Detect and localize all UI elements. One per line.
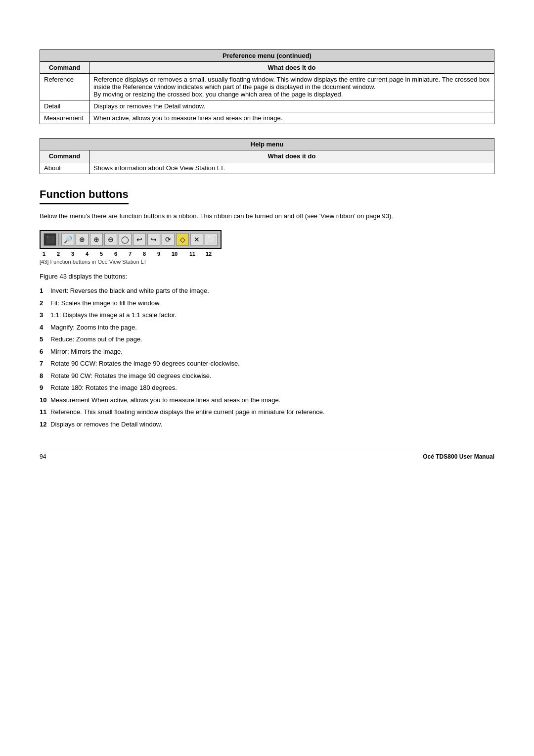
ribbon-num-label-4: 4: [86, 251, 89, 257]
ribbon-separator: [58, 233, 59, 246]
list-item-text: Reduce: Zooms out of the page.: [50, 334, 494, 344]
ribbon-caption: [43] Function buttons in Océ View Statio…: [40, 259, 494, 265]
command-cell: About: [40, 162, 89, 174]
command-cell: Detail: [40, 100, 89, 112]
list-item-number: 8: [40, 371, 50, 381]
numbered-list: 1Invert: Reverses the black and white pa…: [40, 286, 494, 429]
list-item-text: Rotate 90 CW: Rotates the image 90 degre…: [50, 371, 494, 381]
ribbon-button-12[interactable]: ⬜: [205, 233, 218, 246]
ribbon-button-6[interactable]: ◯: [119, 233, 132, 246]
section-intro: Below the menu's there are function butt…: [40, 211, 494, 221]
ribbon-num-label-6: 6: [114, 251, 117, 257]
list-item-number: 10: [40, 395, 50, 405]
list-item: 31:1: Displays the image at a 1:1 scale …: [40, 310, 494, 320]
table-row: AboutShows information about Océ View St…: [40, 162, 494, 174]
table-row: ReferenceReference displays or removes a…: [40, 74, 494, 100]
help-header-what: What does it do: [89, 150, 494, 162]
description-cell: Shows information about Océ View Station…: [89, 162, 494, 174]
pref-header-what: What does it do: [89, 62, 494, 74]
description-cell: When active, allows you to measure lines…: [89, 112, 494, 124]
ribbon-num-label-7: 7: [129, 251, 132, 257]
pref-header-command: Command: [40, 62, 89, 74]
list-item: 12Displays or removes the Detail window.: [40, 420, 494, 429]
help-header-command: Command: [40, 150, 89, 162]
ribbon-button-11[interactable]: ✕: [190, 233, 203, 246]
ribbon-num-label-8: 8: [143, 251, 146, 257]
ribbon-num-label-12: 12: [206, 251, 212, 257]
ribbon-image: ⬛🔎⊕⊕⊖◯↩↪⟳◇✕⬜: [40, 230, 222, 249]
ribbon-num-label-10: 10: [172, 251, 178, 257]
description-cell: Displays or removes the Detail window.: [89, 100, 494, 112]
ribbon-button-2[interactable]: 🔎: [61, 233, 74, 246]
ribbon-button-8[interactable]: ↪: [147, 233, 160, 246]
table-row: DetailDisplays or removes the Detail win…: [40, 100, 494, 112]
ribbon-num-label-5: 5: [100, 251, 103, 257]
ribbon-num-label-9: 9: [157, 251, 160, 257]
list-item: 11Reference. This small floating window …: [40, 407, 494, 417]
help-table-title: Help menu: [40, 139, 494, 150]
ribbon-button-7[interactable]: ↩: [133, 233, 146, 246]
ribbon-numbers: 123456789101112: [40, 251, 222, 259]
ribbon-num-label-1: 1: [43, 251, 45, 257]
preference-table-title: Preference menu (continued): [40, 50, 494, 62]
ribbon-button-10[interactable]: ◇: [176, 233, 189, 246]
ribbon-button-5[interactable]: ⊖: [104, 233, 117, 246]
list-item: 7Rotate 90 CCW: Rotates the image 90 deg…: [40, 359, 494, 369]
ribbon-button-3[interactable]: ⊕: [76, 233, 89, 246]
description-cell: Reference displays or removes a small, u…: [89, 74, 494, 100]
command-cell: Reference: [40, 74, 89, 100]
ribbon-num-label-3: 3: [71, 251, 74, 257]
list-item-text: Rotate 180: Rotates the image 180 degree…: [50, 383, 494, 393]
manual-title: Océ TDS800 User Manual: [423, 453, 494, 460]
section-title: Function buttons: [40, 188, 129, 204]
page-footer: 94 Océ TDS800 User Manual: [40, 449, 494, 460]
list-item: 5Reduce: Zooms out of the page.: [40, 334, 494, 344]
list-item: 9Rotate 180: Rotates the image 180 degre…: [40, 383, 494, 393]
list-item-number: 4: [40, 323, 50, 332]
figure-desc: Figure 43 displays the buttons:: [40, 272, 494, 282]
list-item-number: 2: [40, 298, 50, 308]
list-item-text: Fit: Scales the image to fill the window…: [50, 298, 494, 308]
preference-table: Preference menu (continued) Command What…: [40, 49, 494, 124]
list-item-text: Mirror: Mirrors the image.: [50, 347, 494, 357]
list-item: 1Invert: Reverses the black and white pa…: [40, 286, 494, 296]
list-item: 10Measurement When active, allows you to…: [40, 395, 494, 405]
list-item-number: 5: [40, 334, 50, 344]
list-item-text: Magnify: Zooms into the page.: [50, 323, 494, 332]
ribbon-button-4[interactable]: ⊕: [90, 233, 103, 246]
list-item-number: 1: [40, 286, 50, 296]
top-spacer: [40, 20, 494, 49]
ribbon-container: ⬛🔎⊕⊕⊖◯↩↪⟳◇✕⬜ 123456789101112 [43] Functi…: [40, 230, 494, 265]
page-number: 94: [40, 453, 46, 460]
list-item: 2Fit: Scales the image to fill the windo…: [40, 298, 494, 308]
table-row: MeasurementWhen active, allows you to me…: [40, 112, 494, 124]
preference-table-wrapper: Preference menu (continued) Command What…: [40, 49, 494, 124]
list-item-text: Rotate 90 CCW: Rotates the image 90 degr…: [50, 359, 494, 369]
list-item-text: Reference. This small floating window di…: [50, 407, 494, 417]
list-item-number: 12: [40, 420, 50, 429]
ribbon-button-1[interactable]: ⬛: [44, 233, 56, 246]
list-item-number: 7: [40, 359, 50, 369]
list-item-text: 1:1: Displays the image at a 1:1 scale f…: [50, 310, 494, 320]
command-cell: Measurement: [40, 112, 89, 124]
list-item: 4Magnify: Zooms into the page.: [40, 323, 494, 332]
ribbon-button-9[interactable]: ⟳: [162, 233, 175, 246]
list-item-number: 9: [40, 383, 50, 393]
list-item-number: 11: [40, 407, 50, 417]
list-item-number: 3: [40, 310, 50, 320]
list-item-text: Measurement When active, allows you to m…: [50, 395, 494, 405]
help-table-wrapper: Help menu Command What does it do AboutS…: [40, 138, 494, 174]
list-item: 8Rotate 90 CW: Rotates the image 90 degr…: [40, 371, 494, 381]
help-table-body: AboutShows information about Océ View St…: [40, 162, 494, 174]
help-table: Help menu Command What does it do AboutS…: [40, 138, 494, 174]
list-item-number: 6: [40, 347, 50, 357]
list-item-text: Displays or removes the Detail window.: [50, 420, 494, 429]
ribbon-num-label-11: 11: [189, 251, 195, 257]
page-content: Preference menu (continued) Command What…: [40, 20, 494, 460]
list-item: 6Mirror: Mirrors the image.: [40, 347, 494, 357]
preference-table-body: ReferenceReference displays or removes a…: [40, 74, 494, 124]
list-item-text: Invert: Reverses the black and white par…: [50, 286, 494, 296]
ribbon-num-label-2: 2: [57, 251, 60, 257]
